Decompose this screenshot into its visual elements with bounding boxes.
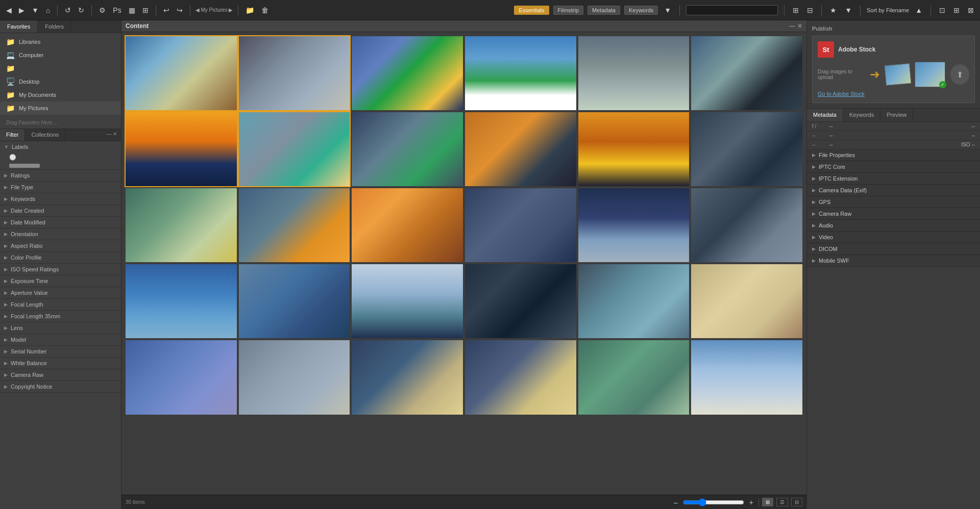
tab-folders[interactable]: Folders bbox=[38, 20, 71, 33]
redo-btn[interactable]: ↪ bbox=[175, 5, 185, 15]
thumb-21[interactable] bbox=[352, 264, 463, 338]
star-dropdown-btn[interactable]: ▼ bbox=[843, 5, 854, 15]
thumb-4[interactable] bbox=[465, 36, 576, 110]
fav-libraries[interactable]: 📁 Libraries bbox=[0, 35, 121, 48]
thumb-5[interactable] bbox=[578, 36, 690, 110]
meta-section-camera-data[interactable]: ▶ Camera Data (Exif) bbox=[807, 185, 980, 196]
filter-lens-header[interactable]: ▶ Lens bbox=[0, 322, 121, 334]
filter-color-profile-header[interactable]: ▶ Color Profile bbox=[0, 252, 121, 263]
filter-iso-header[interactable]: ▶ ISO Speed Ratings bbox=[0, 264, 121, 275]
keywords-btn[interactable]: Keywords bbox=[624, 6, 658, 15]
filmstrip-btn[interactable]: Filmstrip bbox=[553, 6, 584, 15]
filter-tab-filter[interactable]: Filter bbox=[0, 129, 25, 141]
filter-copyright-header[interactable]: ▶ Copyright Notice bbox=[0, 381, 121, 392]
fav-computer[interactable]: 💻 Computer bbox=[0, 48, 121, 62]
filter-minimize-btn[interactable]: — ✕ bbox=[102, 129, 121, 141]
star-filter-btn[interactable]: ★ bbox=[828, 5, 839, 15]
meta-section-file-properties[interactable]: ▶ File Properties bbox=[807, 149, 980, 161]
thumb-22[interactable] bbox=[465, 264, 576, 338]
filter-white-balance-header[interactable]: ▶ White Balance bbox=[0, 358, 121, 369]
fav-my-pictures[interactable]: 📁 My Pictures bbox=[0, 101, 121, 115]
thumb-26[interactable] bbox=[239, 340, 350, 414]
thumb-24[interactable] bbox=[691, 264, 802, 338]
thumb-6[interactable] bbox=[691, 36, 802, 110]
thumb-9[interactable] bbox=[352, 112, 463, 186]
down-btn[interactable]: ▼ bbox=[30, 5, 41, 15]
sort-direction-btn[interactable]: ▲ bbox=[913, 5, 924, 15]
thumb-15[interactable] bbox=[352, 188, 463, 262]
output-btn[interactable]: ⊞ bbox=[140, 5, 151, 15]
filter-orientation-header[interactable]: ▶ Orientation bbox=[0, 228, 121, 240]
open-in-camera-raw-btn[interactable]: ⚙ bbox=[97, 5, 108, 15]
thumb-19[interactable] bbox=[126, 264, 237, 338]
content-minimize-btn[interactable]: — bbox=[789, 22, 795, 30]
meta-section-mobile-swf[interactable]: ▶ Mobile SWF bbox=[807, 255, 980, 267]
thumb-10[interactable] bbox=[465, 112, 576, 186]
filter-serial-header[interactable]: ▶ Serial Number bbox=[0, 346, 121, 357]
thumb-7[interactable] bbox=[126, 112, 237, 186]
filter-model-header[interactable]: ▶ Model bbox=[0, 334, 121, 345]
filter-camera-raw-header[interactable]: ▶ Camera Raw bbox=[0, 369, 121, 380]
meta-section-gps[interactable]: ▶ GPS bbox=[807, 196, 980, 208]
content-expand-btn[interactable]: ✕ bbox=[797, 22, 802, 30]
essentials-btn[interactable]: Essentials bbox=[514, 6, 549, 15]
meta-section-video[interactable]: ▶ Video bbox=[807, 232, 980, 243]
thumb-25[interactable] bbox=[126, 340, 237, 414]
filter-keywords-header[interactable]: ▶ Keywords bbox=[0, 193, 121, 205]
rotate-left-btn[interactable]: ↺ bbox=[63, 5, 73, 15]
search-input[interactable] bbox=[686, 5, 778, 15]
thumb-18[interactable] bbox=[691, 188, 802, 262]
workspace3-btn[interactable]: ⊠ bbox=[966, 5, 976, 15]
meta-section-camera-raw[interactable]: ▶ Camera Raw bbox=[807, 208, 980, 220]
filter-ratings-header[interactable]: ▶ Ratings bbox=[0, 170, 121, 181]
fav-my-documents[interactable]: 📁 My Documents bbox=[0, 88, 121, 101]
view-grid-btn[interactable]: ⊞ bbox=[791, 5, 801, 15]
home-btn[interactable]: ⌂ bbox=[44, 5, 52, 15]
thumb-27[interactable] bbox=[352, 340, 463, 414]
filter-aperture-header[interactable]: ▶ Aperture Value bbox=[0, 287, 121, 298]
filter-filetype-header[interactable]: ▶ File Type bbox=[0, 182, 121, 193]
undo-btn[interactable]: ↩ bbox=[161, 5, 172, 15]
view-options-btn[interactable]: ⊟ bbox=[805, 5, 815, 15]
thumb-30[interactable] bbox=[691, 340, 802, 414]
filter-label-gray[interactable] bbox=[0, 162, 121, 169]
thumb-23[interactable] bbox=[578, 264, 690, 338]
forward-btn[interactable]: ▶ bbox=[17, 5, 27, 15]
thumb-13[interactable] bbox=[126, 188, 237, 262]
zoom-out-btn[interactable]: – bbox=[672, 497, 680, 507]
batch-btn[interactable]: ▦ bbox=[127, 5, 137, 15]
upload-icon-area[interactable]: ⬆ bbox=[950, 64, 969, 85]
thumb-20[interactable] bbox=[239, 264, 350, 338]
rotate-right-btn[interactable]: ↻ bbox=[76, 5, 86, 15]
view-large-btn[interactable]: ⊟ bbox=[791, 498, 802, 506]
thumb-11[interactable] bbox=[578, 112, 690, 186]
goto-adobe-link[interactable]: Go to Adobe Stock bbox=[818, 91, 865, 97]
thumb-14[interactable] bbox=[239, 188, 350, 262]
filter-focal-length-35mm-header[interactable]: ▶ Focal Length 35mm bbox=[0, 311, 121, 322]
open-in-photoshop-btn[interactable]: Ps bbox=[111, 5, 123, 15]
meta-section-dicom[interactable]: ▶ DICOM bbox=[807, 243, 980, 255]
thumb-3[interactable] bbox=[352, 36, 463, 110]
meta-tab-preview[interactable]: Preview bbox=[880, 109, 913, 121]
tab-favorites[interactable]: Favorites bbox=[0, 20, 38, 33]
filter-focal-length-header[interactable]: ▶ Focal Length bbox=[0, 299, 121, 310]
filter-date-created-header[interactable]: ▶ Date Created bbox=[0, 205, 121, 216]
filter-label-circle[interactable]: ⚪ bbox=[0, 152, 121, 162]
meta-section-iptc-core[interactable]: ▶ IPTC Core bbox=[807, 161, 980, 173]
filter-exposure-header[interactable]: ▶ Exposure Time bbox=[0, 275, 121, 287]
view-grid-btn[interactable]: ⊞ bbox=[762, 498, 773, 506]
view-detail-btn[interactable]: ☰ bbox=[776, 498, 788, 506]
thumb-16[interactable] bbox=[465, 188, 576, 262]
delete-btn[interactable]: 🗑 bbox=[259, 5, 271, 15]
workspace-btn[interactable]: ⊡ bbox=[937, 5, 947, 15]
keywords-dropdown-btn[interactable]: ▼ bbox=[662, 5, 673, 15]
back-btn[interactable]: ◀ bbox=[4, 5, 14, 15]
new-folder-btn[interactable]: 📁 bbox=[243, 5, 256, 15]
metadata-btn[interactable]: Metadata bbox=[587, 6, 620, 15]
meta-tab-keywords[interactable]: Keywords bbox=[843, 109, 880, 121]
thumb-28[interactable] bbox=[465, 340, 576, 414]
filter-labels-header[interactable]: ▼ Labels bbox=[0, 141, 121, 152]
fav-unnamed[interactable]: 📁 bbox=[0, 62, 121, 75]
thumb-2[interactable] bbox=[239, 36, 350, 110]
thumb-8[interactable] bbox=[239, 112, 350, 186]
